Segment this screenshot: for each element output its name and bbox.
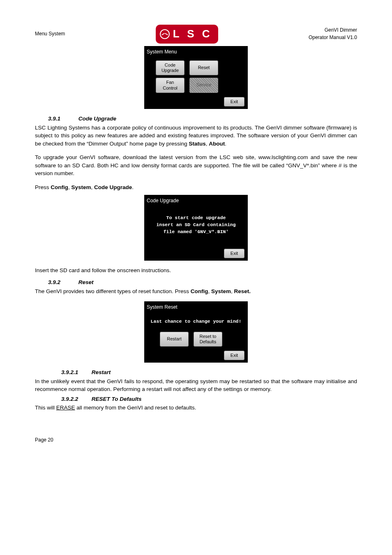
- exit-row: Exit: [148, 351, 244, 360]
- screen-row: Restart Reset to Defaults: [160, 332, 236, 347]
- screen-message: To start code upgrade insert an SD Card …: [146, 207, 246, 245]
- reset-button[interactable]: Reset: [189, 60, 218, 75]
- btn-line1: Fan: [166, 80, 174, 85]
- sep: ,: [68, 184, 71, 190]
- sec3922-para: This will ERASE all memory from the GenV…: [35, 404, 357, 412]
- sec391-para1: LSC Lighting Systems has a corporate pol…: [35, 124, 357, 148]
- restart-button[interactable]: Restart: [160, 332, 189, 347]
- section-number: 3.9.2.2: [61, 395, 90, 403]
- section-3-9-2-2-heading: 3.9.2.2 RESET To Defaults: [61, 395, 357, 403]
- logo-text: L S C: [173, 26, 212, 42]
- section-number: 3.9.1: [48, 115, 77, 123]
- system-menu-screen: System Menu Code Upgrade Reset Fan Contr…: [144, 46, 248, 109]
- sep: ,: [231, 288, 234, 294]
- lsc-logo: L S C: [156, 25, 218, 44]
- text: all memory from the GenVI and reset to d…: [75, 405, 196, 411]
- header-left: Menu System: [35, 30, 65, 37]
- screen-title: System Reset: [146, 303, 246, 313]
- bold-system: System: [71, 184, 91, 190]
- section-3-9-1-heading: 3.9.1 Code Upgrade: [48, 115, 357, 123]
- screen-row-1: Code Upgrade Reset: [156, 60, 236, 75]
- bold-about: About: [209, 141, 225, 147]
- btn-line2: Defaults: [200, 339, 216, 344]
- exit-button[interactable]: Exit: [224, 351, 244, 360]
- section-title: Code Upgrade: [78, 116, 116, 122]
- text: The GenVI provides two different types o…: [35, 288, 191, 294]
- sec3921-para: In the unlikely event that the GenVI fai…: [35, 377, 357, 393]
- end: .: [225, 141, 226, 147]
- section-number: 3.9.2: [48, 278, 77, 287]
- sec392-para: The GenVI provides two different types o…: [35, 287, 357, 296]
- end: .: [132, 184, 134, 190]
- sep: ,: [208, 288, 211, 294]
- code-upgrade-button[interactable]: Code Upgrade: [156, 60, 184, 75]
- screen-title: System Menu: [146, 48, 246, 58]
- reset-to-defaults-button[interactable]: Reset to Defaults: [194, 332, 222, 347]
- sec391-press: Press Config, System, Code Upgrade.: [35, 183, 357, 192]
- sec391-para2: To upgrade your GenVI software, download…: [35, 153, 357, 178]
- section-3-9-2-heading: 3.9.2 Reset: [48, 278, 357, 287]
- bold-system: System: [211, 288, 231, 294]
- underline-erase: ERASE: [56, 405, 75, 411]
- bold-code-upgrade: Code Upgrade: [94, 184, 132, 190]
- section-title: Reset: [78, 279, 94, 285]
- exit-button[interactable]: Exit: [224, 97, 244, 106]
- fan-control-button[interactable]: Fan Control: [156, 78, 184, 92]
- logo-icon: [160, 29, 170, 39]
- exit-button[interactable]: Exit: [224, 249, 244, 258]
- msg-line2: insert an SD Card containing: [156, 222, 235, 227]
- section-title: RESET To Defaults: [92, 396, 142, 402]
- btn-line2: Upgrade: [161, 68, 179, 73]
- screen-message: Last chance to change your mind!: [146, 313, 246, 329]
- section-title: Restart: [92, 369, 111, 375]
- section-number: 3.9.2.1: [61, 368, 90, 377]
- page-header: Menu System L S C GenVI Dimmer Operator …: [35, 25, 357, 44]
- header-right-line1: GenVI Dimmer: [325, 27, 357, 33]
- btn-line2: Control: [163, 86, 177, 90]
- sep: ,: [91, 184, 95, 190]
- system-reset-screen: System Reset Last chance to change your …: [144, 301, 248, 363]
- text: This will: [35, 405, 56, 411]
- service-button-disabled: Service: [189, 78, 218, 92]
- btn-line1: Reset to: [200, 334, 217, 339]
- bold-config: Config: [51, 184, 68, 190]
- header-right-line2: Operator Manual V1.0: [309, 35, 357, 40]
- msg-line3: file named 'GNV_V*.BIN': [164, 229, 229, 234]
- exit-row: Exit: [148, 249, 244, 258]
- bold-config: Config: [191, 288, 208, 294]
- header-right: GenVI Dimmer Operator Manual V1.0: [309, 27, 357, 41]
- btn-line1: Code: [165, 62, 175, 67]
- screen-title: Code Upgrade: [146, 197, 246, 207]
- page-footer: Page 20: [35, 437, 357, 444]
- section-3-9-2-1-heading: 3.9.2.1 Restart: [61, 368, 357, 377]
- exit-row: Exit: [148, 97, 244, 106]
- msg-line1: To start code upgrade: [166, 215, 226, 220]
- code-upgrade-screen: Code Upgrade To start code upgrade inser…: [144, 195, 248, 261]
- bold-status: Status: [189, 141, 205, 147]
- bold-reset: Reset.: [234, 288, 251, 294]
- screen-row-2: Fan Control Service: [156, 78, 236, 92]
- after-screen2-text: Insert the SD card and follow the onscre…: [35, 266, 357, 275]
- text: Press: [35, 184, 51, 190]
